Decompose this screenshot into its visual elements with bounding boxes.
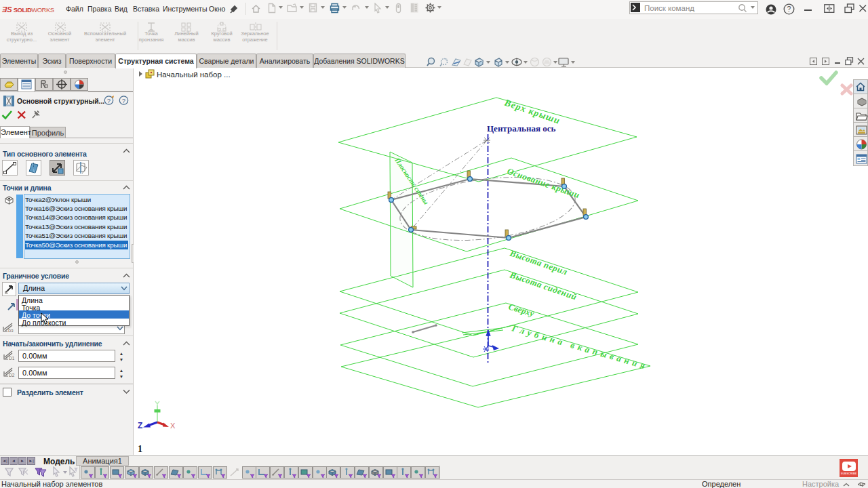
svg-text:D2: D2 <box>9 373 15 378</box>
svg-text:X: X <box>170 422 176 430</box>
svg-text:Верх крыши: Верх крыши <box>502 97 561 126</box>
svg-text:Сверху: Сверху <box>507 302 536 319</box>
svg-text:D3: D3 <box>8 329 14 333</box>
svg-text:Высота сидений: Высота сидений <box>508 269 578 302</box>
svg-text:?: ? <box>122 97 125 104</box>
svg-text:Z: Z <box>138 421 142 430</box>
svg-text:Центральная ось: Центральная ось <box>487 123 555 134</box>
svg-text:?: ? <box>107 97 111 104</box>
svg-text:Глубина вкапывания: Глубина вкапывания <box>510 323 649 371</box>
svg-text:1: 1 <box>138 444 142 454</box>
svg-text:D1: D1 <box>9 356 15 361</box>
svg-text:?: ? <box>787 5 791 13</box>
